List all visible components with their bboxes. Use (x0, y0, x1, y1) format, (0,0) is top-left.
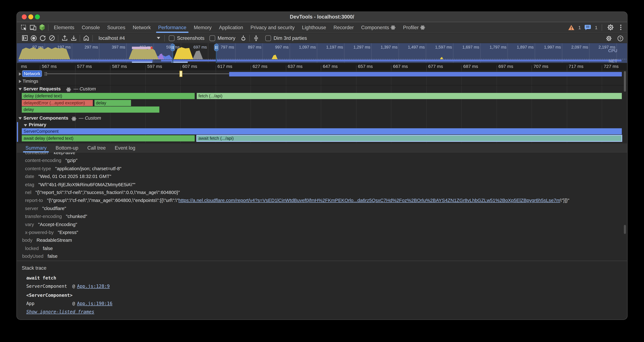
ruler-tick-label: 637 ms (288, 64, 303, 69)
track-label-timings[interactable]: Timings (23, 79, 38, 84)
device-toolbar-icon[interactable] (28, 23, 38, 32)
ruler-tick (391, 65, 392, 70)
tab-console[interactable]: Console (78, 22, 104, 33)
timeline-overview[interactable]: 97 ms197 ms297 ms397 ms497 ms597 ms697 m… (17, 43, 627, 63)
record-icon[interactable] (29, 34, 38, 42)
svg-text:797 ms: 797 ms (221, 45, 234, 49)
summary-row-vary: vary"Accept-Encoding" (17, 221, 627, 229)
ruler-tick-label: 647 ms (323, 64, 338, 69)
svg-text:1,697 ms: 1,697 ms (462, 45, 479, 49)
stack-frame-servercomponent: ServerComponent@App.js:128:9 (26, 282, 627, 290)
tab-components[interactable]: Components (358, 22, 399, 33)
tab-call-tree[interactable]: Call tree (84, 143, 109, 152)
show-ignore-listed-frames-link[interactable]: Show ignore-listed frames (26, 309, 94, 314)
svg-text:1,797 ms: 1,797 ms (490, 45, 506, 49)
settings-gear-icon[interactable] (606, 23, 615, 32)
save-profile-icon[interactable] (69, 34, 78, 42)
tab-label: Performance (158, 25, 186, 30)
svg-text:2,097 ms: 2,097 ms (571, 45, 588, 49)
tab-label: Application (219, 25, 243, 30)
disclosure-triangle-icon[interactable] (18, 88, 22, 91)
stack-frame-await-fetch: await fetch (26, 274, 627, 282)
ruler-tick-label: 727 ms (604, 64, 619, 69)
tab-bottom-up[interactable]: Bottom-up (52, 143, 82, 152)
stack-frame-name: <ServerComponent> (26, 293, 72, 298)
capture-settings-gear-icon[interactable] (604, 34, 613, 42)
tabbar-divider (48, 24, 48, 31)
message-count: 1 (595, 25, 598, 30)
tab-application[interactable]: Application (215, 22, 247, 33)
tab-label: Sources (107, 25, 125, 30)
tab-label: Components (361, 25, 389, 30)
ruler-tick (426, 65, 426, 70)
warning-count: 1 (578, 25, 581, 30)
flame-bar-await-fetch-api[interactable]: await fetch (.../api) (197, 135, 622, 142)
history-label: localhost #4 (98, 35, 125, 41)
history-select[interactable]: localhost #4 (96, 35, 162, 41)
stack-frame-name: ServerComponent (26, 282, 72, 290)
dim-3rd-parties-checkbox[interactable]: Dim 3rd parties (265, 35, 307, 41)
disclosure-triangle-icon[interactable] (18, 117, 22, 120)
tab-label: Recorder (334, 25, 354, 30)
disclosure-triangle-icon[interactable] (24, 124, 27, 126)
react-atom-icon (420, 25, 425, 30)
tab-event-log[interactable]: Event log (111, 143, 139, 152)
tab-lighthouse[interactable]: Lighthouse (298, 22, 330, 33)
throttling-icon[interactable] (251, 34, 260, 42)
screenshots-checkbox[interactable]: Screenshots (169, 35, 204, 41)
flame-bar-servercomponent[interactable]: ServerComponent (22, 128, 622, 135)
flame-row-primary: Primary (17, 122, 627, 128)
stack-frame-name: App (26, 299, 72, 307)
inspect-element-icon[interactable] (19, 23, 28, 32)
message-icon[interactable] (583, 23, 592, 32)
summary-value-prefix: "{\"group\":\"cf-nel\",\"max_age\":60480… (47, 198, 178, 203)
flame-bar-delay-deferred-text[interactable]: delay (deferred text) (22, 93, 194, 99)
stack-frames: await fetchServerComponent@App.js:128:9<… (17, 274, 627, 307)
flame-bar-delay[interactable]: delay (94, 100, 131, 106)
more-options-icon[interactable] (618, 24, 624, 31)
track-label-network[interactable]: Network (23, 71, 42, 77)
load-profile-icon[interactable] (60, 34, 69, 42)
clear-icon[interactable] (47, 34, 56, 42)
network-event-marker[interactable] (180, 71, 182, 77)
tracks-scrollbar[interactable] (624, 71, 626, 92)
flame-bar-delay[interactable]: delay (22, 106, 159, 113)
tab-profiler[interactable]: Profiler (399, 22, 429, 33)
network-request-bar[interactable] (229, 72, 622, 76)
group-label-server-components[interactable]: Server Components (24, 116, 68, 120)
summary-scrollbar[interactable] (624, 225, 626, 234)
tab-memory[interactable]: Memory (190, 22, 215, 33)
ruler-tick-label: 697 ms (498, 64, 513, 69)
tab-network[interactable]: Network (129, 22, 154, 33)
ruler-tick (532, 65, 532, 70)
tab-performance[interactable]: Performance (154, 22, 190, 33)
tab-privacy-and-security[interactable]: Privacy and security (247, 22, 298, 33)
flame-bar-await-delay-deferred-text[interactable]: await delay (deferred text) (22, 135, 194, 142)
report-to-url-link[interactable]: https://a.nel.cloudflare.com/report/v4?s… (178, 198, 560, 203)
toggle-sidebar-icon[interactable] (20, 34, 29, 42)
tab-summary[interactable]: Summary (22, 143, 50, 152)
disclosure-triangle-icon[interactable] (19, 72, 22, 76)
disclosure-triangle-icon[interactable] (19, 80, 22, 83)
flame-bar-fetch-api[interactable]: fetch (.../api) (197, 93, 622, 99)
live-metrics-home-icon[interactable] (82, 34, 91, 42)
ruler-tick-label: 587 ms (112, 64, 127, 69)
flame-bar-delayederror-ayed-exception[interactable]: delayedError (...ayed exception) (22, 100, 93, 106)
stack-frame-source-link[interactable]: App.js:128:9 (77, 283, 110, 289)
extension-gem-icon[interactable] (38, 23, 46, 32)
collect-garbage-icon[interactable] (239, 34, 248, 42)
tab-recorder[interactable]: Recorder (330, 22, 358, 33)
tab-label: Network (133, 25, 151, 30)
flame-chart-tracks: NetworkTimingsServer Requests— Customdel… (17, 70, 627, 143)
help-icon[interactable]: ? (616, 34, 625, 42)
tab-sources[interactable]: Sources (104, 22, 129, 33)
summary-value: false (43, 246, 53, 251)
record-and-reload-icon[interactable] (38, 34, 47, 42)
group-label-server-requests[interactable]: Server Requests (24, 86, 61, 91)
subgroup-label-primary[interactable]: Primary (29, 122, 46, 127)
stack-frame-source-link[interactable]: App.js:190:16 (77, 301, 112, 306)
warning-icon[interactable] (567, 23, 576, 32)
summary-row-connection: connection"keep-alive" (17, 153, 627, 157)
tab-elements[interactable]: Elements (50, 22, 78, 33)
memory-checkbox[interactable]: Memory (209, 35, 235, 41)
